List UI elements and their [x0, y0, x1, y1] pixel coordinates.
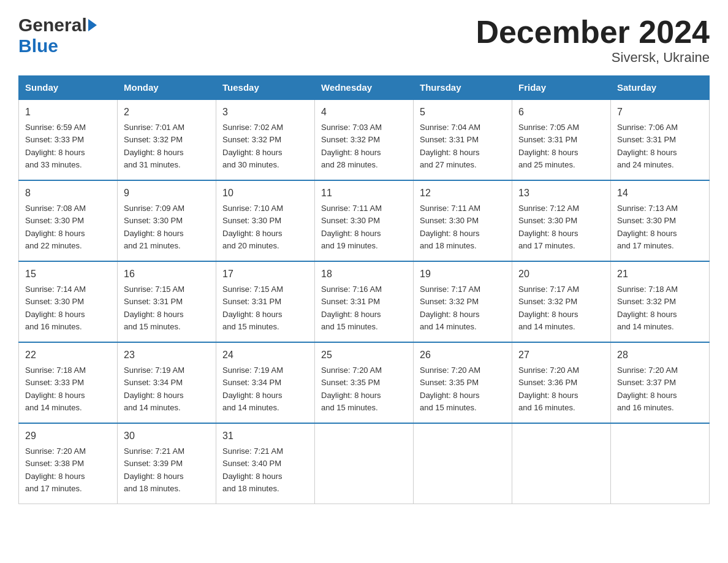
day-number: 15: [25, 267, 111, 282]
day-info: Sunrise: 7:17 AMSunset: 3:32 PMDaylight:…: [518, 285, 579, 331]
day-number: 11: [321, 186, 407, 201]
calendar-cell: 18 Sunrise: 7:16 AMSunset: 3:31 PMDaylig…: [315, 261, 414, 342]
calendar-cell: 11 Sunrise: 7:11 AMSunset: 3:30 PMDaylig…: [315, 180, 414, 261]
day-info: Sunrise: 7:20 AMSunset: 3:36 PMDaylight:…: [518, 366, 579, 412]
page-subtitle: Siversk, Ukraine: [476, 50, 710, 66]
day-number: 23: [124, 348, 210, 362]
calendar-cell: 16 Sunrise: 7:15 AMSunset: 3:31 PMDaylig…: [118, 261, 216, 342]
calendar-cell: 15 Sunrise: 7:14 AMSunset: 3:30 PMDaylig…: [19, 261, 118, 342]
day-number: 12: [420, 186, 506, 201]
day-info: Sunrise: 7:12 AMSunset: 3:30 PMDaylight:…: [518, 204, 579, 250]
day-number: 13: [518, 186, 604, 201]
calendar-cell: 20 Sunrise: 7:17 AMSunset: 3:32 PMDaylig…: [512, 261, 611, 342]
day-info: Sunrise: 7:21 AMSunset: 3:39 PMDaylight:…: [124, 446, 184, 493]
day-info: Sunrise: 7:13 AMSunset: 3:30 PMDaylight:…: [617, 204, 678, 250]
page-header: General Blue December 2024 Siversk, Ukra…: [18, 15, 710, 66]
calendar-week-row: 22 Sunrise: 7:18 AMSunset: 3:33 PMDaylig…: [19, 342, 710, 423]
calendar-cell: 12 Sunrise: 7:11 AMSunset: 3:30 PMDaylig…: [414, 180, 512, 261]
calendar-cell: 30 Sunrise: 7:21 AMSunset: 3:39 PMDaylig…: [118, 423, 216, 504]
day-info: Sunrise: 7:18 AMSunset: 3:33 PMDaylight:…: [25, 366, 86, 412]
day-info: Sunrise: 7:02 AMSunset: 3:32 PMDaylight:…: [222, 123, 283, 169]
day-info: Sunrise: 7:09 AMSunset: 3:30 PMDaylight:…: [124, 204, 184, 250]
logo-blue-text: Blue: [18, 36, 58, 56]
calendar-cell: [611, 423, 710, 504]
day-number: 26: [420, 348, 506, 362]
day-info: Sunrise: 7:03 AMSunset: 3:32 PMDaylight:…: [321, 123, 382, 169]
day-number: 21: [617, 267, 703, 282]
calendar-cell: 2 Sunrise: 7:01 AMSunset: 3:32 PMDayligh…: [118, 99, 216, 180]
weekday-header-sunday: Sunday: [19, 76, 118, 100]
calendar-cell: 25 Sunrise: 7:20 AMSunset: 3:35 PMDaylig…: [315, 342, 414, 423]
weekday-header-row: SundayMondayTuesdayWednesdayThursdayFrid…: [19, 76, 710, 100]
day-number: 22: [25, 348, 111, 362]
day-info: Sunrise: 7:20 AMSunset: 3:37 PMDaylight:…: [617, 366, 678, 412]
day-info: Sunrise: 7:14 AMSunset: 3:30 PMDaylight:…: [25, 285, 86, 331]
calendar-cell: 7 Sunrise: 7:06 AMSunset: 3:31 PMDayligh…: [611, 99, 710, 180]
calendar-cell: 9 Sunrise: 7:09 AMSunset: 3:30 PMDayligh…: [118, 180, 216, 261]
calendar-cell: 27 Sunrise: 7:20 AMSunset: 3:36 PMDaylig…: [512, 342, 611, 423]
calendar-week-row: 8 Sunrise: 7:08 AMSunset: 3:30 PMDayligh…: [19, 180, 710, 261]
day-number: 6: [518, 105, 604, 120]
day-number: 19: [420, 267, 506, 282]
day-info: Sunrise: 7:19 AMSunset: 3:34 PMDaylight:…: [222, 366, 283, 412]
page-title: December 2024: [476, 15, 710, 50]
day-number: 27: [518, 348, 604, 362]
calendar-cell: [315, 423, 414, 504]
calendar-cell: 13 Sunrise: 7:12 AMSunset: 3:30 PMDaylig…: [512, 180, 611, 261]
day-number: 10: [222, 186, 308, 201]
day-info: Sunrise: 6:59 AMSunset: 3:33 PMDaylight:…: [25, 123, 86, 169]
day-info: Sunrise: 7:04 AMSunset: 3:31 PMDaylight:…: [420, 123, 480, 169]
day-number: 17: [222, 267, 308, 282]
day-number: 29: [25, 429, 111, 443]
day-number: 8: [25, 186, 111, 201]
day-info: Sunrise: 7:08 AMSunset: 3:30 PMDaylight:…: [25, 204, 86, 250]
weekday-header-thursday: Thursday: [414, 76, 512, 100]
calendar-week-row: 1 Sunrise: 6:59 AMSunset: 3:33 PMDayligh…: [19, 99, 710, 180]
calendar-cell: 28 Sunrise: 7:20 AMSunset: 3:37 PMDaylig…: [611, 342, 710, 423]
day-info: Sunrise: 7:06 AMSunset: 3:31 PMDaylight:…: [617, 123, 678, 169]
calendar-cell: 26 Sunrise: 7:20 AMSunset: 3:35 PMDaylig…: [414, 342, 512, 423]
day-number: 9: [124, 186, 210, 201]
day-info: Sunrise: 7:16 AMSunset: 3:31 PMDaylight:…: [321, 285, 382, 331]
calendar-cell: 5 Sunrise: 7:04 AMSunset: 3:31 PMDayligh…: [414, 99, 512, 180]
day-number: 18: [321, 267, 407, 282]
day-number: 1: [25, 105, 111, 120]
day-number: 28: [617, 348, 703, 362]
weekday-header-wednesday: Wednesday: [315, 76, 414, 100]
calendar-cell: 24 Sunrise: 7:19 AMSunset: 3:34 PMDaylig…: [216, 342, 315, 423]
day-number: 20: [518, 267, 604, 282]
day-number: 16: [124, 267, 210, 282]
day-info: Sunrise: 7:20 AMSunset: 3:38 PMDaylight:…: [25, 446, 86, 493]
calendar-cell: 6 Sunrise: 7:05 AMSunset: 3:31 PMDayligh…: [512, 99, 611, 180]
logo-general-text: General: [18, 15, 87, 36]
calendar-cell: 22 Sunrise: 7:18 AMSunset: 3:33 PMDaylig…: [19, 342, 118, 423]
day-number: 14: [617, 186, 703, 201]
day-number: 31: [222, 429, 308, 443]
calendar-cell: 4 Sunrise: 7:03 AMSunset: 3:32 PMDayligh…: [315, 99, 414, 180]
day-info: Sunrise: 7:15 AMSunset: 3:31 PMDaylight:…: [222, 285, 283, 331]
calendar-cell: 31 Sunrise: 7:21 AMSunset: 3:40 PMDaylig…: [216, 423, 315, 504]
calendar-week-row: 15 Sunrise: 7:14 AMSunset: 3:30 PMDaylig…: [19, 261, 710, 342]
calendar-cell: 10 Sunrise: 7:10 AMSunset: 3:30 PMDaylig…: [216, 180, 315, 261]
calendar-cell: 8 Sunrise: 7:08 AMSunset: 3:30 PMDayligh…: [19, 180, 118, 261]
day-info: Sunrise: 7:15 AMSunset: 3:31 PMDaylight:…: [124, 285, 184, 331]
day-number: 3: [222, 105, 308, 120]
day-number: 5: [420, 105, 506, 120]
day-info: Sunrise: 7:21 AMSunset: 3:40 PMDaylight:…: [222, 446, 283, 493]
logo: General Blue: [18, 15, 97, 56]
calendar-cell: 1 Sunrise: 6:59 AMSunset: 3:33 PMDayligh…: [19, 99, 118, 180]
calendar-cell: 3 Sunrise: 7:02 AMSunset: 3:32 PMDayligh…: [216, 99, 315, 180]
logo-arrow-icon: [88, 19, 97, 31]
day-info: Sunrise: 7:11 AMSunset: 3:30 PMDaylight:…: [321, 204, 382, 250]
day-info: Sunrise: 7:19 AMSunset: 3:34 PMDaylight:…: [124, 366, 184, 412]
weekday-header-saturday: Saturday: [611, 76, 710, 100]
calendar-cell: 17 Sunrise: 7:15 AMSunset: 3:31 PMDaylig…: [216, 261, 315, 342]
day-info: Sunrise: 7:11 AMSunset: 3:30 PMDaylight:…: [420, 204, 480, 250]
title-block: December 2024 Siversk, Ukraine: [476, 15, 710, 66]
calendar-cell: [414, 423, 512, 504]
weekday-header-monday: Monday: [118, 76, 216, 100]
calendar-cell: [512, 423, 611, 504]
calendar-week-row: 29 Sunrise: 7:20 AMSunset: 3:38 PMDaylig…: [19, 423, 710, 504]
day-info: Sunrise: 7:18 AMSunset: 3:32 PMDaylight:…: [617, 285, 678, 331]
calendar-cell: 14 Sunrise: 7:13 AMSunset: 3:30 PMDaylig…: [611, 180, 710, 261]
